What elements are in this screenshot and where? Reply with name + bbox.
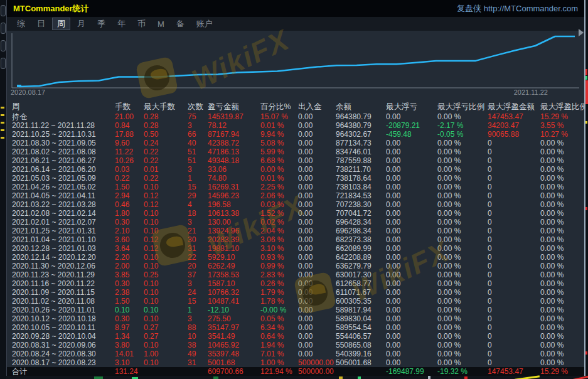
table-cell: 0.00 % [437, 174, 488, 183]
table-cell: 787559.88 [336, 156, 386, 165]
table-cell: 10 [188, 332, 208, 341]
table-cell: 0.00 [298, 332, 336, 341]
table-cell: 0.10 [144, 262, 188, 270]
table-cell: 0.00 % [540, 200, 585, 209]
table-cell: 0.00 % [437, 350, 488, 358]
background-mark [358, 376, 361, 379]
table-row: 2020.08.17 ~ 2020.08.233.100.10315001.68… [7, 358, 585, 367]
table-cell: 0.00 [386, 314, 437, 323]
table-cell: -0.00 % [260, 306, 298, 314]
table-cell: 130.00 [208, 218, 260, 227]
table-cell: 0 [488, 209, 540, 218]
table-cell: 964302.67 [336, 130, 386, 139]
table-cell: 0.00 [386, 174, 437, 183]
menu-item-周[interactable]: 周 [52, 18, 70, 30]
scroll-arrow-icon[interactable] [579, 29, 584, 36]
table-cell [188, 367, 208, 376]
table-cell: 1.50 [115, 297, 144, 306]
menu-item-季[interactable]: 季 [92, 18, 110, 30]
table-cell: 1 [188, 174, 208, 183]
table-cell: 34203.47 [488, 121, 540, 130]
table-cell: 0 [488, 279, 540, 288]
table-cell: 0.00 % [437, 191, 488, 200]
table-cell: 696428.34 [336, 218, 386, 227]
menu-item-币[interactable]: 币 [132, 18, 151, 30]
table-cell: 0.00 % [437, 314, 488, 323]
table-cell: 2.00 [115, 262, 144, 270]
table-cell: 0.00 [298, 306, 336, 314]
table-cell: 964380.79 [336, 121, 386, 130]
table-row: 2021.04.05 ~ 2021.04.112.940.122914596.2… [7, 191, 585, 200]
menu-item-综[interactable]: 综 [12, 18, 30, 30]
menu-item-备[interactable]: 备 [171, 18, 190, 30]
table-cell: 612658.77 [336, 279, 386, 288]
table-row: 2021.06.14 ~ 2021.06.200.030.01333.060.0… [7, 165, 585, 174]
table-cell: 2020.10.12 ~ 2020.10.18 [12, 314, 115, 323]
table-header-row: 周手数最大手数次数盈亏金额百分比%出入金余额最大浮亏最大浮亏比例最大浮盈金额最大… [7, 102, 585, 112]
table-cell: 0.00 % [437, 235, 488, 244]
table-cell: 0.00 [386, 297, 437, 306]
table-cell: 0.01 [144, 165, 188, 174]
table-cell: 0 [488, 332, 540, 341]
table-cell: 0.00 [386, 147, 437, 156]
table-cell: 2020.11.16 ~ 2020.11.22 [12, 279, 115, 288]
table-cell: 964380.79 [336, 112, 386, 121]
menu-item-M[interactable]: M [152, 19, 169, 29]
table-cell: 21.00 [115, 112, 144, 121]
table-cell: 0.22 [144, 147, 188, 156]
background-mark [1, 114, 4, 116]
table-cell: 8.97 [115, 323, 144, 332]
table-cell: 0.00 [298, 191, 336, 200]
table-cell: 0.50 [144, 130, 188, 139]
table-cell: 0.00 % [437, 139, 488, 147]
column-header: 百分比% [260, 102, 298, 112]
table-cell: 0.00 [298, 244, 336, 253]
background-mark [585, 207, 587, 210]
table-cell: 0.30 [115, 279, 144, 288]
column-header: 最大浮盈比例 [540, 102, 585, 112]
table-cell: 0 [488, 306, 540, 314]
table-cell: 2021.01.25 ~ 2021.01.31 [12, 227, 115, 235]
table-cell: 0.00 % [437, 112, 488, 121]
table-cell: 0.00 [298, 174, 336, 183]
menu-item-月[interactable]: 月 [72, 18, 90, 30]
table-cell: 0 [488, 235, 540, 244]
background-toolbar-button [1, 23, 6, 34]
background-window-border [584, 0, 585, 379]
table-row: 2020.12.14 ~ 2020.12.202.200.10225929.10… [7, 253, 585, 262]
table-cell: 21 [188, 227, 208, 235]
table-cell: 0.27 [144, 332, 188, 341]
brand-link[interactable]: 复盘侠 http://MTCommander.com [457, 3, 578, 14]
table-cell: 642208.89 [336, 253, 386, 262]
table-cell: 0.10 [144, 358, 188, 367]
table-cell: 0.84 [115, 121, 144, 130]
table-cell: 0.00 [298, 130, 336, 139]
table-cell: 1.34 [115, 332, 144, 341]
table-cell: 2021.08.02 ~ 2021.08.08 [12, 147, 115, 156]
column-header: 次数 [188, 102, 208, 112]
table-cell: 31 [188, 244, 208, 253]
table-cell: 0.10 [144, 227, 188, 235]
table-cell: 0 [488, 165, 540, 174]
table-cell: 0.03 % [260, 200, 298, 209]
table-cell: 75 [188, 112, 208, 121]
table-cell: 9.94 % [260, 130, 298, 139]
table-cell: 1.00 [144, 350, 188, 358]
menu-item-年[interactable]: 年 [112, 18, 131, 30]
background-mark [213, 376, 218, 379]
table-cell: 0.00 % [540, 165, 585, 174]
table-cell: 0.10 [144, 218, 188, 227]
table-row: 2020.10.26 ~ 2020.11.010.100.101-12.10-0… [7, 306, 585, 314]
table-cell: 2021.01.04 ~ 2021.01.10 [12, 235, 115, 244]
table-cell: 0.12 [144, 235, 188, 244]
table-cell: 0.93 % [260, 253, 298, 262]
table-cell: 0 [488, 244, 540, 253]
equity-chart [7, 31, 585, 88]
table-cell: 0.12 [144, 200, 188, 209]
table-cell: 3.06 % [260, 235, 298, 244]
menu-item-日[interactable]: 日 [32, 18, 50, 30]
table-cell: 0.00 [386, 323, 437, 332]
table-row: 2020.12.28 ~ 2021.01.033.640.123119881.1… [7, 244, 585, 253]
menu-item-账户[interactable]: 账户 [191, 18, 218, 30]
table-cell: 2021.03.22 ~ 2021.03.28 [12, 200, 115, 209]
